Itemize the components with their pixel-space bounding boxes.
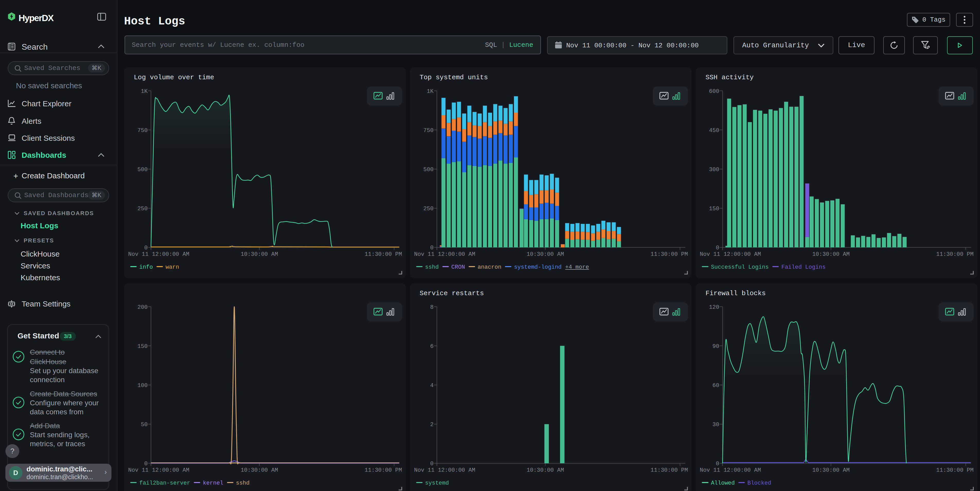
svg-text:450: 450 [709,127,719,134]
svg-text:150: 150 [709,206,719,212]
svg-text:0: 0 [144,461,148,467]
svg-text:Nov 11 12:00:00 AM: Nov 11 12:00:00 AM [700,467,761,474]
svg-text:60: 60 [713,382,719,389]
svg-text:Nov 11 12:00:00 AM: Nov 11 12:00:00 AM [700,251,761,257]
svg-text:11:30:00 PM: 11:30:00 PM [936,467,974,474]
svg-text:500: 500 [423,167,434,173]
svg-text:30: 30 [713,421,719,428]
svg-text:500: 500 [137,167,148,173]
svg-text:250: 250 [137,206,148,212]
svg-text:11:30:00 PM: 11:30:00 PM [365,467,402,474]
svg-text:6: 6 [430,343,433,350]
svg-text:2: 2 [430,421,433,428]
svg-text:1K: 1K [141,88,148,95]
svg-text:50: 50 [141,421,148,428]
svg-text:200: 200 [137,304,148,311]
svg-text:90: 90 [713,343,719,350]
svg-text:Nov 11 12:00:00 AM: Nov 11 12:00:00 AM [128,251,189,257]
svg-text:11:30:00 PM: 11:30:00 PM [936,251,974,257]
svg-text:11:30:00 PM: 11:30:00 PM [650,467,688,474]
svg-text:10:30:00 AM: 10:30:00 AM [813,251,850,257]
svg-text:10:30:00 AM: 10:30:00 AM [527,467,564,474]
svg-text:Nov 11 12:00:00 AM: Nov 11 12:00:00 AM [414,251,475,257]
svg-text:10:30:00 AM: 10:30:00 AM [240,467,278,474]
svg-text:4: 4 [430,382,433,389]
svg-text:600: 600 [709,88,719,95]
svg-text:Nov 11 12:00:00 AM: Nov 11 12:00:00 AM [128,467,189,474]
svg-text:8: 8 [430,304,433,311]
svg-text:250: 250 [423,206,434,212]
svg-text:Nov 11 12:00:00 AM: Nov 11 12:00:00 AM [414,467,475,474]
svg-text:750: 750 [137,127,148,134]
svg-text:11:30:00 PM: 11:30:00 PM [365,251,402,257]
svg-text:10:30:00 AM: 10:30:00 AM [813,467,850,474]
svg-text:1K: 1K [427,88,434,95]
svg-text:300: 300 [709,167,719,173]
svg-text:150: 150 [137,343,148,350]
svg-text:0: 0 [716,245,719,251]
svg-text:0: 0 [430,245,433,251]
svg-text:11:30:00 PM: 11:30:00 PM [650,251,688,257]
svg-text:750: 750 [423,127,434,134]
svg-text:0: 0 [716,461,719,467]
svg-text:10:30:00 AM: 10:30:00 AM [527,251,564,257]
svg-text:100: 100 [137,382,148,389]
svg-text:120: 120 [709,304,719,311]
svg-text:0: 0 [430,461,433,467]
svg-text:10:30:00 AM: 10:30:00 AM [240,251,278,257]
svg-text:0: 0 [144,245,148,251]
